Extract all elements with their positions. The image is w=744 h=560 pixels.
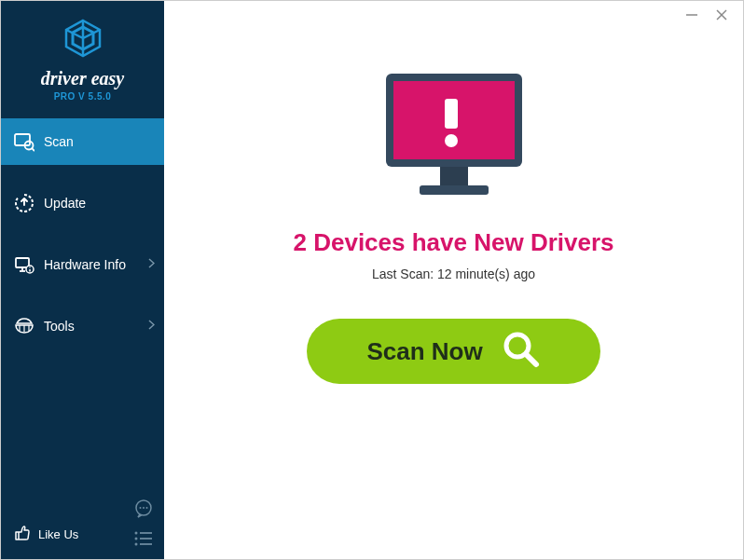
svg-line-32 xyxy=(526,354,536,364)
scan-now-label: Scan Now xyxy=(366,337,482,366)
sidebar-item-label: Hardware Info xyxy=(44,257,148,272)
like-us-label: Like Us xyxy=(38,527,78,541)
nav-list: Scan Update xyxy=(1,118,164,364)
sidebar-item-update[interactable]: Update xyxy=(1,180,164,226)
svg-point-28 xyxy=(445,134,458,147)
svg-point-17 xyxy=(143,507,145,509)
close-icon xyxy=(715,8,728,21)
minimize-button[interactable] xyxy=(685,8,698,21)
svg-line-5 xyxy=(32,148,34,150)
like-us-button[interactable]: Like Us xyxy=(14,525,78,544)
svg-point-23 xyxy=(135,543,138,546)
magnify-icon xyxy=(502,330,541,373)
svg-rect-3 xyxy=(15,134,30,145)
last-scan-text: Last Scan: 12 minute(s) ago xyxy=(372,266,535,281)
svg-rect-30 xyxy=(420,185,489,195)
main-content: 2 Devices have New Drivers Last Scan: 12… xyxy=(164,1,743,559)
scan-now-button[interactable]: Scan Now xyxy=(307,319,600,384)
sidebar-item-label: Tools xyxy=(44,319,148,334)
logo-area: driver easy PRO V 5.5.0 xyxy=(1,1,164,109)
logo-text: driver easy xyxy=(41,68,124,89)
sidebar-item-tools[interactable]: Tools xyxy=(1,303,164,349)
sidebar-item-scan[interactable]: Scan xyxy=(1,118,164,165)
svg-point-18 xyxy=(146,507,148,509)
scan-icon xyxy=(14,131,34,152)
svg-point-16 xyxy=(140,507,142,509)
sidebar-item-hardware-info[interactable]: Hardware Info xyxy=(1,241,164,288)
svg-point-21 xyxy=(135,538,138,540)
alert-monitor-graphic xyxy=(375,66,533,210)
feedback-button[interactable] xyxy=(132,498,155,520)
app-window: driver easy PRO V 5.5.0 Scan xyxy=(0,0,744,560)
svg-rect-27 xyxy=(445,99,458,129)
svg-rect-29 xyxy=(440,167,468,185)
sidebar-item-label: Update xyxy=(44,196,155,211)
svg-point-19 xyxy=(135,532,138,535)
chevron-right-icon xyxy=(148,258,155,271)
update-icon xyxy=(14,193,34,213)
version-text: PRO V 5.5.0 xyxy=(54,91,112,102)
sidebar-bottom-icons xyxy=(132,498,155,550)
thumbs-up-icon xyxy=(14,525,31,544)
speech-bubble-icon xyxy=(133,499,154,519)
chevron-right-icon xyxy=(148,320,155,333)
title-bar xyxy=(685,1,743,29)
sidebar-item-label: Scan xyxy=(44,134,155,149)
tools-icon xyxy=(14,316,34,336)
close-button[interactable] xyxy=(715,8,728,21)
sidebar: driver easy PRO V 5.5.0 Scan xyxy=(1,1,164,559)
list-icon xyxy=(133,528,154,549)
menu-button[interactable] xyxy=(132,527,155,550)
logo-icon xyxy=(61,18,105,62)
minimize-icon xyxy=(685,8,698,21)
status-headline: 2 Devices have New Drivers xyxy=(294,228,614,257)
hardware-info-icon xyxy=(14,254,34,275)
